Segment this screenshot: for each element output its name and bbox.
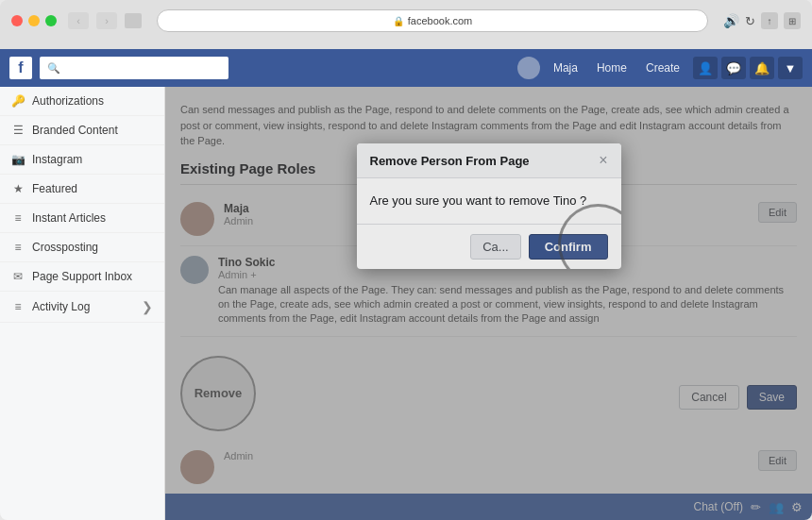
modal-overlay: Remove Person From Page × Are you sure y…	[165, 87, 812, 520]
friend-requests-icon[interactable]: 👤	[693, 57, 718, 79]
sidebar-item-instagram[interactable]: 📷 Instagram	[0, 145, 164, 175]
browser-content: f Maja Home Create 👤 💬 🔔 ▼ 🔑 Authorizati…	[0, 49, 812, 520]
main-layout: 🔑 Authorizations ☰ Branded Content 📷 Ins…	[0, 87, 812, 520]
instagram-icon: 📷	[11, 153, 25, 166]
sidebar: 🔑 Authorizations ☰ Branded Content 📷 Ins…	[0, 87, 165, 520]
back-button[interactable]: ‹	[68, 12, 89, 29]
crosspost-icon: ≡	[11, 241, 25, 254]
browser-actions: 🔊 ↻ ↑ ⊞	[723, 12, 801, 29]
sidebar-label-branded: Branded Content	[32, 124, 118, 137]
sidebar-label-crossposting: Crossposting	[32, 241, 98, 254]
sidebar-item-activity-log[interactable]: ≡ Activity Log ❯	[0, 292, 164, 323]
messages-icon[interactable]: 💬	[721, 57, 746, 79]
facebook-navbar: f Maja Home Create 👤 💬 🔔 ▼	[0, 49, 812, 87]
modal-title: Remove Person From Page	[370, 154, 530, 168]
modal-cancel-button[interactable]: Ca...	[470, 234, 520, 260]
modal-header: Remove Person From Page ×	[357, 143, 621, 178]
new-tab-icon[interactable]: ⊞	[784, 12, 801, 29]
nav-user-area: Maja Home Create	[517, 57, 685, 79]
browser-titlebar: ‹ › 🔒 facebook.com 🔊 ↻ ↑ ⊞	[0, 0, 812, 38]
key-icon: 🔑	[11, 94, 25, 108]
modal-body-text: Are you sure you want to remove Tino ?	[370, 193, 587, 208]
nav-home-link[interactable]: Home	[591, 61, 633, 75]
sidebar-item-instant-articles[interactable]: ≡ Instant Articles	[0, 204, 164, 233]
sidebar-label-featured: Featured	[32, 182, 77, 195]
page-content: Can send messages and publish as the Pag…	[165, 87, 812, 520]
inbox-icon: ✉	[11, 270, 25, 283]
remove-person-modal: Remove Person From Page × Are you sure y…	[357, 143, 621, 269]
nav-icons: 👤 💬 🔔 ▼	[693, 57, 803, 79]
sidebar-item-branded-content[interactable]: ☰ Branded Content	[0, 116, 164, 145]
modal-body: Are you sure you want to remove Tino ?	[357, 178, 621, 224]
forward-button[interactable]: ›	[96, 12, 117, 29]
sidebar-item-support-inbox[interactable]: ✉ Page Support Inbox	[0, 262, 164, 292]
sidebar-label-activity: Activity Log	[32, 300, 90, 313]
search-input[interactable]	[47, 62, 221, 74]
notifications-icon[interactable]: 🔔	[750, 57, 774, 79]
sidebar-item-authorizations[interactable]: 🔑 Authorizations	[0, 87, 164, 116]
sidebar-label-support: Page Support Inbox	[32, 270, 132, 283]
minimize-button[interactable]	[28, 15, 40, 26]
sidebar-item-crossposting[interactable]: ≡ Crossposting	[0, 233, 164, 262]
nav-create-link[interactable]: Create	[640, 61, 685, 75]
star-icon: ★	[11, 182, 25, 195]
share-icon[interactable]: ↑	[761, 12, 778, 29]
nav-username[interactable]: Maja	[548, 61, 584, 75]
sidebar-label-instagram: Instagram	[32, 153, 82, 166]
sidebar-item-featured[interactable]: ★ Featured	[0, 175, 164, 204]
log-icon: ≡	[11, 300, 25, 313]
modal-close-button[interactable]: ×	[599, 153, 607, 168]
user-avatar	[517, 57, 540, 79]
maximize-button[interactable]	[45, 15, 57, 26]
browser-chrome: ‹ › 🔒 facebook.com 🔊 ↻ ↑ ⊞	[0, 0, 812, 49]
traffic-lights	[11, 15, 57, 26]
search-bar[interactable]	[40, 57, 228, 79]
facebook-logo: f	[9, 57, 32, 79]
refresh-icon[interactable]: ↻	[745, 14, 755, 28]
volume-icon[interactable]: 🔊	[723, 13, 739, 28]
url-bar-container: 🔒 facebook.com	[157, 9, 708, 32]
article-icon: ≡	[11, 211, 25, 225]
modal-confirm-button[interactable]: Confirm	[529, 234, 608, 260]
sidebar-label-authorizations: Authorizations	[32, 94, 104, 108]
modal-footer: Ca... Confirm	[357, 224, 621, 269]
sidebar-label-instant: Instant Articles	[32, 211, 106, 225]
url-bar[interactable]: 🔒 facebook.com	[157, 9, 708, 32]
close-button[interactable]	[11, 15, 23, 26]
lock-icon: 🔒	[393, 16, 404, 26]
account-menu-icon[interactable]: ▼	[778, 57, 803, 79]
url-text: facebook.com	[408, 15, 472, 26]
branded-icon: ☰	[11, 124, 25, 137]
tab-switcher[interactable]	[125, 13, 142, 28]
